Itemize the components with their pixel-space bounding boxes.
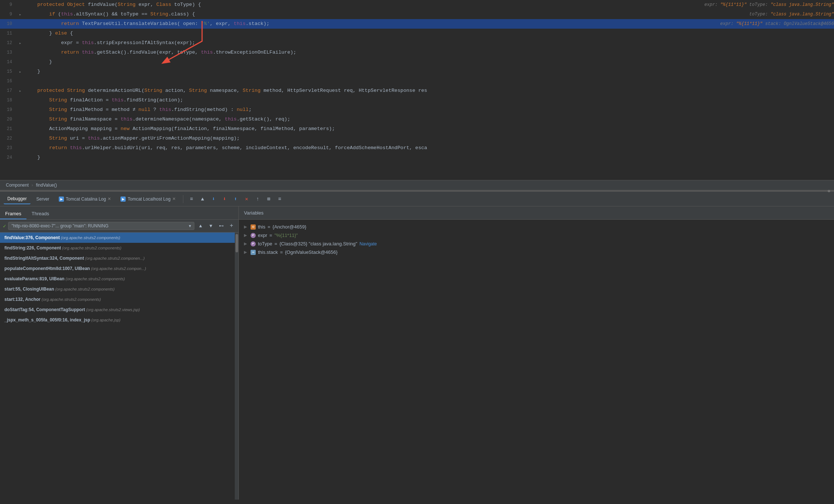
tab-threads[interactable]: Threads <box>26 209 54 219</box>
thread-nav-up[interactable]: ▲ <box>197 222 205 230</box>
variable-equals: = <box>274 241 277 246</box>
variable-value: {Anchor@4659} <box>273 224 306 230</box>
line-code: String finalAction = this.findString(act… <box>24 96 834 105</box>
frame-item[interactable]: doStartTag:54, ComponentTagSupport (org.… <box>0 305 235 315</box>
frame-scrollbar-thumb[interactable] <box>236 234 238 252</box>
frame-method-name: _jspx_meth_s_005fa_005f0:16, index_jsp <box>4 317 90 323</box>
code-line: 10 return TextParseUtil.translateVariabl… <box>0 19 834 29</box>
line-code: } <box>24 67 834 76</box>
frame-item[interactable]: _jspx_meth_s_005fa_005f0:16, index_jsp (… <box>0 315 235 325</box>
variable-item[interactable]: ▶∞this.stack = {OgnlValueStack@4656} <box>239 248 834 256</box>
frame-item[interactable]: start:132, Anchor (org.apache.struts2.co… <box>0 294 235 305</box>
tomcat-catalina-icon: ▶ <box>59 197 64 202</box>
toolbar-btn-resume[interactable]: ▲ <box>198 195 207 204</box>
line-number: 22 <box>0 136 17 141</box>
variable-item[interactable]: ▶Othis = {Anchor@4659} <box>239 223 834 231</box>
frame-item[interactable]: findString:226, Component (org.apache.st… <box>0 243 235 253</box>
code-line: 20 String finalNamespace = this.determin… <box>0 115 834 124</box>
frame-item[interactable]: populateComponentHtmlId:1007, UIBean (or… <box>0 263 235 274</box>
frame-package: (org.apache.struts2.componen...) <box>84 256 145 260</box>
toolbar-btn-runtocrsr[interactable]: ✕ <box>242 195 251 204</box>
thread-nav-down[interactable]: ▼ <box>207 222 215 230</box>
frame-item[interactable]: start:55, ClosingUIBean (org.apache.stru… <box>0 284 235 294</box>
frame-package: (org.apache.struts2.compon...) <box>90 266 146 271</box>
line-number: 19 <box>0 107 17 112</box>
frame-package: (org.apache.struts2.components) <box>54 287 114 291</box>
tomcat-localhost-close[interactable]: ✕ <box>172 197 176 201</box>
line-code: protected Object findValue(String expr, … <box>24 0 691 10</box>
line-code: if (this.altSyntax() && toType == String… <box>24 10 736 19</box>
toolbar-btn-settings[interactable]: ≡ <box>275 195 284 204</box>
variable-expand-arrow[interactable]: ▶ <box>244 233 248 238</box>
code-line: 15▸ } <box>0 67 834 76</box>
code-line: 12▸ expr = this.stripExpressionIfAltSynt… <box>0 38 834 48</box>
line-code: return TextParseUtil.translateVariables(… <box>24 19 707 29</box>
tab-debugger[interactable]: Debugger <box>4 194 30 204</box>
thread-selector-row: ✓ "http-nio-8080-exec-7"... group "main"… <box>0 220 238 233</box>
frame-list-scrollbar[interactable] <box>235 233 238 500</box>
line-gutter: ▸ <box>17 89 24 93</box>
variable-expand-arrow[interactable]: ▶ <box>244 224 248 229</box>
frame-package: (org.apache.jsp) <box>90 318 121 322</box>
line-number: 11 <box>0 31 17 36</box>
frame-item[interactable]: evaluateParams:819, UIBean (org.apache.s… <box>0 274 235 284</box>
variable-item[interactable]: ▶Pexpr = "%{11*11}" <box>239 231 834 240</box>
thread-dropdown[interactable]: "http-nio-8080-exec-7"... group "main": … <box>8 222 194 230</box>
tab-server[interactable]: Server <box>33 194 53 204</box>
variable-obj-icon: O <box>251 224 256 230</box>
breadcrumb-class: Component <box>6 183 29 188</box>
frame-package: (org.apache.struts2.components) <box>64 277 125 281</box>
line-number: 14 <box>0 60 17 65</box>
line-number: 18 <box>0 98 17 103</box>
breadcrumb-separator: › <box>31 183 34 188</box>
variable-expand-arrow[interactable]: ▶ <box>244 250 248 255</box>
code-line: 21 ActionMapping mapping = new ActionMap… <box>0 124 834 134</box>
line-number: 9 <box>0 12 17 17</box>
code-line: 24 } <box>0 153 834 162</box>
frame-method-name: populateComponentHtmlId:1007, UIBean <box>4 266 90 271</box>
server-tab-label: Server <box>36 197 49 202</box>
debug-hint: toType: "class java.lang.String" <box>736 12 834 17</box>
line-number: 17 <box>0 88 17 93</box>
frame-package: (org.apache.struts2.components) <box>60 235 120 240</box>
breadcrumb-bar: Component › findValue() <box>0 180 834 190</box>
toolbar-btn-stepinto[interactable]: ⬇ <box>220 195 229 204</box>
line-code: } <box>24 57 834 67</box>
thread-running-indicator: ✓ <box>3 223 6 229</box>
line-number: 15 <box>0 69 17 74</box>
variable-navigate-link[interactable]: Navigate <box>359 241 377 246</box>
line-code: String finalMethod = method ≠ null ? thi… <box>24 105 834 115</box>
variable-item[interactable]: ▶PtoType = {Class@325} "class java.lang.… <box>239 240 834 248</box>
tab-tomcat-localhost[interactable]: ▶ Tomcat Localhost Log ✕ <box>117 194 179 204</box>
breadcrumb-method: findValue() <box>36 183 57 188</box>
variable-name: expr <box>258 233 267 238</box>
line-code: protected String determineActionURL(Stri… <box>24 86 834 96</box>
code-line: 11 } else { <box>0 29 834 38</box>
frame-list: findValue:376, Component (org.apache.str… <box>0 233 235 500</box>
toolbar-btn-stepout[interactable]: ⬆ <box>231 195 240 204</box>
code-line: 16 <box>0 76 834 86</box>
variable-expand-arrow[interactable]: ▶ <box>244 241 248 246</box>
variable-equals: = <box>280 249 283 255</box>
toolbar-btn-stepover[interactable]: ⬇ <box>209 195 218 204</box>
code-editor: 9 protected Object findValue(String expr… <box>0 0 834 180</box>
tomcat-catalina-close[interactable]: ✕ <box>108 197 111 201</box>
variable-name: toType <box>258 241 272 246</box>
variables-panel: Variables ▶Othis = {Anchor@4659}▶Pexpr =… <box>239 206 834 500</box>
toolbar-btn-watches[interactable]: ⊞ <box>264 195 273 204</box>
tab-frames[interactable]: Frames <box>0 209 26 219</box>
line-number: 9 <box>0 2 17 7</box>
line-gutter: ▸ <box>17 12 24 17</box>
line-number: 20 <box>0 117 17 122</box>
frame-item[interactable]: findStringIfAltSyntax:324, Component (or… <box>0 253 235 263</box>
line-code: return this.urlHelper.buildUrl(uri, req,… <box>24 143 834 153</box>
thread-filter[interactable]: ⊷ <box>217 222 225 230</box>
line-code: } else { <box>24 29 834 38</box>
line-number: 10 <box>0 21 17 26</box>
thread-add[interactable]: + <box>227 222 236 230</box>
toolbar-btn-evalexpr[interactable]: ↑ <box>253 195 262 204</box>
toolbar-btn-menu[interactable]: ≡ <box>187 195 196 204</box>
tab-tomcat-catalina[interactable]: ▶ Tomcat Catalina Log ✕ <box>55 194 115 204</box>
frame-item[interactable]: findValue:376, Component (org.apache.str… <box>0 233 235 243</box>
line-code: return this.getStack().findValue(expr, t… <box>24 48 834 57</box>
